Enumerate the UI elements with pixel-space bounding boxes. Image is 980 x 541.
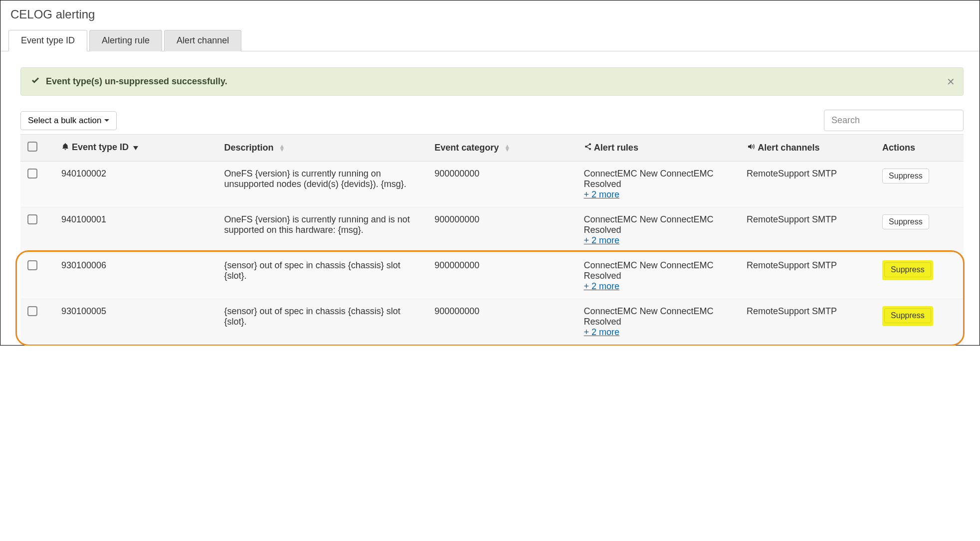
suppress-button[interactable]: Suppress bbox=[884, 308, 931, 323]
table-row: 930100005 {sensor} out of spec in chassi… bbox=[20, 299, 964, 345]
cell-alert-rules: ConnectEMC New ConnectEMC Resolved bbox=[584, 260, 733, 281]
col-event-category[interactable]: Event category bbox=[434, 143, 499, 153]
cell-event-type-id: 940100001 bbox=[61, 214, 106, 224]
cell-event-type-id: 940100002 bbox=[61, 169, 106, 179]
sort-icon: ▲▼ bbox=[504, 145, 510, 152]
cell-alert-rules: ConnectEMC New ConnectEMC Resolved bbox=[584, 306, 733, 327]
row-checkbox[interactable] bbox=[27, 260, 37, 270]
tab-bar: Event type ID Alerting rule Alert channe… bbox=[0, 29, 980, 51]
row-checkbox[interactable] bbox=[27, 169, 37, 179]
row-checkbox[interactable] bbox=[27, 306, 37, 316]
check-icon bbox=[31, 76, 40, 87]
suppress-button[interactable]: Suppress bbox=[882, 214, 929, 229]
caret-down-icon bbox=[104, 116, 109, 126]
suppress-button[interactable]: Suppress bbox=[882, 169, 929, 183]
share-icon bbox=[584, 143, 592, 153]
table-row: 940100002 OneFS {version} is currently r… bbox=[20, 162, 964, 207]
success-banner-text: Event type(s) un-suppressed successfully… bbox=[46, 76, 227, 87]
page-title: CELOG alerting bbox=[0, 5, 980, 29]
cell-description: {sensor} out of spec in chassis {chassis… bbox=[224, 260, 400, 281]
cell-description: OneFS {version} is currently running and… bbox=[224, 214, 410, 235]
cell-event-type-id: 930100005 bbox=[61, 306, 106, 316]
bell-icon bbox=[61, 142, 69, 154]
tab-event-type-id[interactable]: Event type ID bbox=[8, 30, 87, 51]
sort-icon: ▲▼ bbox=[279, 145, 285, 152]
col-alert-rules: Alert rules bbox=[594, 143, 638, 153]
tab-alert-channel[interactable]: Alert channel bbox=[164, 30, 241, 51]
cell-description: OneFS {version} is currently running on … bbox=[224, 169, 406, 189]
cell-event-type-id: 930100006 bbox=[61, 260, 106, 270]
speaker-icon bbox=[747, 143, 756, 153]
bulk-action-dropdown[interactable]: Select a bulk action bbox=[20, 111, 117, 130]
suppress-button[interactable]: Suppress bbox=[884, 262, 931, 277]
table-row: 930100006 {sensor} out of spec in chassi… bbox=[20, 253, 964, 299]
row-checkbox[interactable] bbox=[27, 214, 37, 224]
cell-alert-channels: RemoteSupport SMTP bbox=[747, 260, 837, 270]
bulk-action-label: Select a bulk action bbox=[28, 116, 101, 126]
event-type-table: Event type ID Description ▲▼ Event categ… bbox=[20, 134, 964, 345]
col-actions: Actions bbox=[882, 143, 915, 153]
more-rules-link[interactable]: + 2 more bbox=[584, 189, 733, 200]
cell-event-category: 900000000 bbox=[434, 214, 479, 224]
cell-alert-channels: RemoteSupport SMTP bbox=[747, 214, 837, 224]
cell-alert-rules: ConnectEMC New ConnectEMC Resolved bbox=[584, 214, 733, 235]
cell-event-category: 900000000 bbox=[434, 169, 479, 179]
tab-alerting-rule[interactable]: Alerting rule bbox=[89, 30, 162, 51]
more-rules-link[interactable]: + 2 more bbox=[584, 327, 733, 338]
col-description[interactable]: Description bbox=[224, 143, 274, 153]
search-input[interactable] bbox=[824, 110, 964, 131]
more-rules-link[interactable]: + 2 more bbox=[584, 281, 733, 292]
close-icon[interactable]: ✕ bbox=[947, 76, 955, 88]
more-rules-link[interactable]: + 2 more bbox=[584, 235, 733, 246]
cell-alert-rules: ConnectEMC New ConnectEMC Resolved bbox=[584, 169, 733, 189]
success-banner: Event type(s) un-suppressed successfully… bbox=[20, 67, 964, 96]
sort-desc-icon bbox=[133, 145, 138, 152]
cell-alert-channels: RemoteSupport SMTP bbox=[747, 169, 837, 179]
col-alert-channels: Alert channels bbox=[758, 143, 819, 153]
cell-description: {sensor} out of spec in chassis {chassis… bbox=[224, 306, 400, 327]
select-all-checkbox[interactable] bbox=[27, 142, 37, 152]
table-row: 940100001 OneFS {version} is currently r… bbox=[20, 207, 964, 253]
cell-alert-channels: RemoteSupport SMTP bbox=[747, 306, 837, 316]
cell-event-category: 900000000 bbox=[434, 306, 479, 316]
cell-event-category: 900000000 bbox=[434, 260, 479, 270]
col-event-type-id[interactable]: Event type ID bbox=[72, 142, 129, 152]
